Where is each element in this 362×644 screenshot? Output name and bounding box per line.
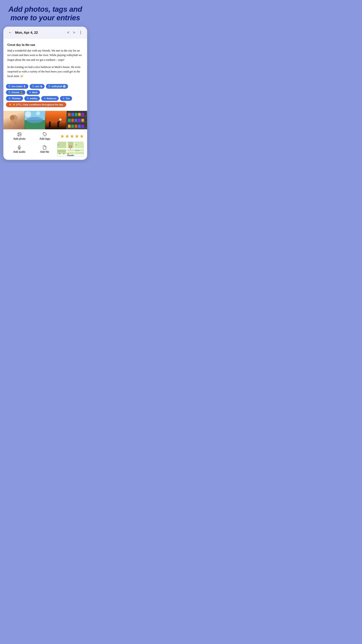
svg-rect-42 [68, 124, 71, 128]
tag-sun[interactable]: sun 🌤 [30, 84, 45, 89]
volleyball-illustration [45, 111, 66, 129]
tag-tim-label: Tim [65, 97, 70, 100]
svg-rect-44 [75, 124, 77, 128]
map-thumbnail[interactable]: 54 22 30 ale Por Capalaba Chandler [57, 142, 84, 157]
add-tags-label: Add tags [39, 137, 50, 140]
toolbar-row-2: Add audio Add file [7, 142, 84, 157]
person-icon [43, 97, 46, 100]
weather-icon: ☀️ [9, 103, 11, 106]
svg-rect-39 [75, 119, 77, 122]
hero-title: Add photos, tags and more to your entrie… [3, 5, 87, 22]
tags-row-1: ice cream 🍦 sun 🌤 volleyball 🏐 friends 😎… [6, 84, 84, 95]
svg-rect-46 [81, 124, 84, 128]
prev-entry-button[interactable]: < [66, 30, 70, 36]
entry-paragraph-2: In the evening we had a nice barbecue at… [7, 65, 83, 78]
journal-card: ← Mon, Apr 4, 22 < > ⋮ Great day in the … [3, 27, 87, 160]
svg-rect-41 [81, 119, 84, 122]
tag-mark[interactable]: Mark [27, 90, 40, 95]
star-2[interactable]: ★ [65, 134, 69, 139]
tag-icon [43, 132, 47, 136]
photo-river[interactable] [24, 111, 45, 129]
svg-point-5 [9, 98, 10, 98]
svg-point-8 [63, 98, 64, 98]
tag-sun-label: sun 🌤 [35, 85, 42, 88]
add-photo-button[interactable]: Add photo [7, 132, 32, 140]
back-button[interactable]: ← [7, 30, 13, 36]
tag-volleyball-label: volleyball 🏐 [51, 85, 66, 88]
svg-point-61 [70, 146, 71, 148]
svg-rect-29 [67, 116, 87, 116]
tag-friends-label: friends 😎 [11, 91, 23, 94]
star-5[interactable]: ★ [80, 134, 84, 139]
add-audio-label: Add audio [13, 150, 25, 154]
svg-rect-37 [68, 119, 71, 122]
next-entry-button[interactable]: > [72, 30, 76, 36]
photos-grid [3, 111, 87, 129]
tag-thomas[interactable]: Thomas [6, 96, 23, 101]
svg-point-6 [27, 98, 28, 98]
photo-beers[interactable] [66, 111, 87, 129]
bottom-toolbar: Add photo Add tags ★ ★ ★ ★ ★ [3, 129, 87, 160]
svg-rect-43 [71, 124, 74, 128]
river-illustration [24, 111, 45, 129]
svg-point-10 [10, 115, 14, 120]
star-4[interactable]: ★ [75, 134, 79, 139]
svg-rect-33 [71, 113, 74, 116]
svg-rect-31 [67, 128, 87, 128]
tag-friends[interactable]: friends 😎 [6, 90, 25, 95]
svg-rect-45 [78, 124, 81, 128]
svg-text:Capalaba: Capalaba [75, 150, 79, 151]
add-file-label: Add file [40, 150, 49, 154]
svg-point-17 [36, 111, 40, 116]
tag-rebecca[interactable]: Rebecca [41, 96, 59, 101]
tag-mark-label: Mark [32, 91, 38, 94]
svg-rect-34 [75, 113, 77, 116]
file-icon [42, 145, 47, 150]
tag-rebecca-label: Rebecca [47, 97, 56, 100]
tag-icon [8, 91, 11, 94]
star-1[interactable]: ★ [60, 134, 64, 139]
svg-rect-36 [81, 113, 84, 116]
add-file-button[interactable]: Add file [32, 145, 57, 154]
svg-rect-35 [78, 113, 81, 116]
star-3[interactable]: ★ [70, 134, 74, 139]
tag-icon [8, 85, 11, 88]
svg-rect-38 [71, 119, 74, 122]
svg-marker-12 [14, 122, 16, 126]
tags-section: ice cream 🍦 sun 🌤 volleyball 🏐 friends 😎… [3, 84, 87, 111]
tag-ashley[interactable]: Ashley [24, 96, 40, 101]
svg-rect-40 [78, 119, 81, 122]
person-icon [62, 97, 65, 100]
add-tags-button[interactable]: Add tags [32, 132, 58, 140]
svg-point-16 [25, 111, 31, 117]
svg-point-15 [26, 117, 43, 123]
map-city-label: Chandler [57, 154, 84, 157]
more-options-button[interactable]: ⋮ [78, 30, 83, 36]
tag-volleyball[interactable]: volleyball 🏐 [46, 84, 68, 89]
svg-rect-21 [49, 122, 51, 127]
weather-text: ☀️ 27°C, Clear conditions throughout the… [12, 103, 63, 106]
tag-icon [32, 85, 34, 88]
header-navigation: < > ⋮ [66, 30, 83, 36]
entry-body: Great day in the sun Had a wonderful day… [3, 38, 87, 84]
entry-paragraph-1: Had a wonderful day with my friends. We … [7, 48, 83, 62]
mic-icon [17, 145, 21, 150]
person-icon [8, 97, 11, 100]
tag-tim[interactable]: Tim [60, 96, 72, 101]
photo-icecream[interactable] [3, 111, 24, 129]
photo-volleyball[interactable] [45, 111, 66, 129]
weather-badge: ☀️ ☀️ 27°C, Clear conditions throughout … [6, 102, 66, 107]
card-header: ← Mon, Apr 4, 22 < > ⋮ [3, 27, 87, 38]
entry-title: Great day in the sun [7, 43, 83, 46]
rating-stars[interactable]: ★ ★ ★ ★ ★ [60, 134, 84, 139]
tag-icon [48, 85, 51, 88]
add-audio-button[interactable]: Add audio [7, 145, 32, 154]
add-photo-label: Add photo [13, 137, 25, 140]
svg-point-22 [49, 122, 51, 123]
tag-icecream[interactable]: ice cream 🍦 [6, 84, 28, 89]
svg-point-7 [44, 98, 45, 98]
svg-rect-32 [68, 113, 71, 116]
svg-point-4 [30, 92, 30, 92]
entry-date: Mon, Apr 4, 22 [15, 31, 64, 34]
svg-text:ale: ale [58, 144, 59, 146]
